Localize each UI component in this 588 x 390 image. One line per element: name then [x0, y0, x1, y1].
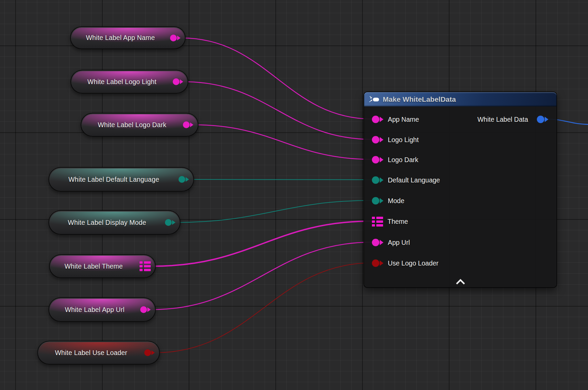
- pin-row-white-label-data: White Label Data: [364, 114, 556, 125]
- node-get-white-label-default-language[interactable]: White Label Default Language: [48, 167, 194, 192]
- node-label: White Label Logo Light: [87, 78, 171, 86]
- wire-theme[interactable]: [152, 221, 373, 266]
- enum-input-pin[interactable]: [372, 197, 383, 204]
- wire-logo-light[interactable]: [184, 82, 373, 139]
- node-get-white-label-app-url[interactable]: White Label App Url: [48, 297, 156, 322]
- bool-input-pin[interactable]: [372, 259, 383, 267]
- node-get-white-label-theme[interactable]: White Label Theme: [49, 254, 156, 278]
- node-get-white-label-display-mode[interactable]: White Label Display Mode: [48, 210, 181, 235]
- node-get-white-label-app-name[interactable]: White Label App Name: [70, 26, 186, 49]
- node-get-white-label-use-loader[interactable]: White Label Use Loader: [37, 341, 160, 365]
- pin-row-logo-dark: Logo Dark: [364, 154, 556, 165]
- theme-struct-icon: [140, 261, 151, 271]
- string-input-pin[interactable]: [372, 239, 383, 246]
- pin-label: Mode: [388, 197, 404, 205]
- enum-output-pin[interactable]: [165, 219, 175, 226]
- pin-label: Default Language: [388, 176, 440, 184]
- bool-output-pin[interactable]: [144, 349, 155, 356]
- pin-label: Use Logo Loader: [388, 259, 439, 267]
- string-output-pin[interactable]: [183, 121, 193, 128]
- pin-row-app-url: App Url: [364, 237, 556, 248]
- node-label: White Label Display Mode: [68, 219, 161, 227]
- string-input-pin[interactable]: [372, 136, 383, 143]
- wire-app-name[interactable]: [182, 38, 373, 119]
- pin-label: Logo Light: [388, 136, 419, 144]
- wire-app-url[interactable]: [151, 242, 373, 310]
- node-label: White Label Logo Dark: [98, 121, 182, 129]
- node-get-white-label-logo-light[interactable]: White Label Logo Light: [70, 70, 188, 94]
- struct-output-pin[interactable]: [537, 116, 548, 123]
- pin-row-theme: Theme: [364, 216, 556, 227]
- string-output-pin[interactable]: [173, 78, 183, 85]
- string-output-pin[interactable]: [170, 35, 181, 41]
- pin-label: White Label Data: [477, 116, 528, 123]
- make-struct-icon: ↘↗: [369, 96, 379, 103]
- node-label: White Label App Name: [86, 34, 170, 42]
- pin-row-logo-light: Logo Light: [364, 134, 556, 145]
- string-input-pin[interactable]: [372, 156, 383, 163]
- pin-row-use-logo-loader: Use Logo Loader: [364, 257, 556, 269]
- wire-default-language[interactable]: [189, 179, 373, 180]
- pin-label: App Url: [388, 239, 410, 247]
- node-title: Make WhiteLabelData: [383, 95, 456, 103]
- enum-input-pin[interactable]: [372, 176, 383, 184]
- blueprint-graph-canvas[interactable]: White Label App Name White Label Logo Li…: [0, 0, 588, 390]
- wire-logo-dark[interactable]: [194, 125, 373, 159]
- node-label: White Label App Url: [65, 306, 139, 314]
- pin-label: Theme: [387, 218, 408, 226]
- pin-row-mode: Mode: [364, 195, 556, 207]
- enum-output-pin[interactable]: [178, 176, 189, 183]
- node-label: White Label Use Loader: [55, 349, 142, 357]
- node-label: White Label Default Language: [68, 176, 174, 183]
- wire-display-mode[interactable]: [175, 200, 373, 222]
- node-get-white-label-logo-dark[interactable]: White Label Logo Dark: [81, 113, 198, 137]
- string-output-pin[interactable]: [140, 306, 151, 313]
- node-make-whitelabeldata[interactable]: ↘↗ Make WhiteLabelData App Name Logo Lig…: [364, 92, 556, 287]
- struct-input-pin[interactable]: [372, 217, 383, 227]
- pin-label: Logo Dark: [388, 156, 418, 164]
- node-header[interactable]: ↘↗ Make WhiteLabelData: [364, 92, 556, 106]
- collapse-node-button[interactable]: [455, 277, 466, 286]
- pin-row-default-language: Default Language: [364, 174, 556, 186]
- chevron-up-icon: [456, 279, 465, 288]
- wire-use-loader[interactable]: [155, 263, 373, 353]
- struct-output-pin[interactable]: [140, 261, 151, 271]
- node-label: White Label Theme: [64, 262, 140, 270]
- theme-struct-icon: [372, 217, 383, 227]
